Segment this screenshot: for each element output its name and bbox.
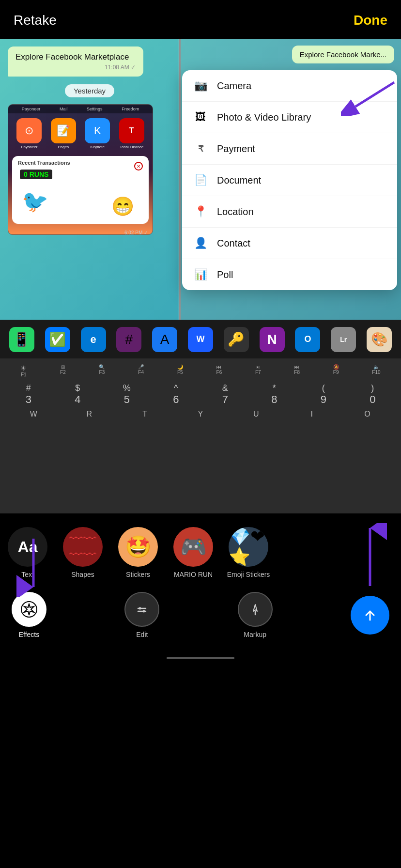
- dock-tasks[interactable]: ✅: [45, 327, 70, 352]
- bubble-text-right: Explore Facebook Marke...: [300, 50, 386, 59]
- transactions-card: Recent Transactions ✕ 0 RUNS 🐦 😁: [12, 156, 149, 224]
- menu-item-contact[interactable]: 👤 Contact: [182, 228, 397, 259]
- photo-library-icon: 🖼: [193, 109, 208, 125]
- effect-item-text[interactable]: Aa Text: [6, 527, 49, 578]
- text-effect-circle[interactable]: Aa: [8, 527, 47, 567]
- menu-item-document[interactable]: 📄 Document: [182, 165, 397, 196]
- mario-effect-label: MARIO RUN: [174, 571, 213, 578]
- bottom-toolbar: Effects Edit Markup: [0, 584, 401, 648]
- effect-item-emoji-stickers[interactable]: 💎❤⭐ Emoji Stickers: [227, 527, 270, 578]
- payment-label: Payment: [217, 143, 255, 155]
- dock-1password[interactable]: 🔑: [224, 327, 249, 352]
- top-bar: Retake Done: [0, 0, 401, 39]
- emoji-stickers-circle[interactable]: 💎❤⭐: [229, 527, 268, 567]
- effects-label: Effects: [19, 631, 40, 638]
- effects-scroll-row[interactable]: Aa Text 〰〰〰〰 Shapes 🤩 Stickers 🎮 MARIO R…: [0, 521, 401, 584]
- effects-icon: [20, 601, 38, 618]
- markup-icon: [247, 602, 263, 617]
- keyboard-area: ☀F1 ⊞F2 🔍F3 🎤F4 🌙F5 ⏮F6 ⏯F7 ⏭F8 🔕F9 🔈F10…: [0, 358, 401, 513]
- markup-button[interactable]: [238, 592, 273, 627]
- send-button[interactable]: [351, 596, 389, 635]
- shapes-effect-circle[interactable]: 〰〰〰〰: [63, 527, 103, 567]
- contact-icon: 👤: [193, 235, 208, 251]
- done-button[interactable]: Done: [354, 13, 387, 28]
- effect-item-stickers[interactable]: 🤩 Stickers: [116, 527, 160, 578]
- poll-icon: 📊: [193, 267, 208, 282]
- bird-emoji: 🐦: [22, 189, 48, 214]
- markup-toolbar-item[interactable]: Markup: [238, 592, 273, 638]
- stickers-effect-circle[interactable]: 🤩: [118, 527, 158, 567]
- dock-whatsapp[interactable]: 📱: [9, 327, 34, 352]
- menu-item-poll[interactable]: 📊 Poll: [182, 259, 397, 290]
- number-key-row: #3 $4 %5 ^6 &7 *8 (9 )0: [0, 381, 401, 408]
- effects-button[interactable]: [12, 592, 46, 627]
- photo-library-label: Photo & Video Library: [217, 112, 311, 123]
- payment-icon: ₹: [193, 141, 208, 156]
- home-indicator: [0, 648, 401, 667]
- chat-bubble-left: Explore Facebook Marketplace 11:08 AM ✓: [8, 46, 143, 77]
- phone-time: 6:02 PM ✓: [124, 230, 148, 235]
- markup-label: Markup: [244, 631, 266, 638]
- camera-label: Camera: [217, 80, 251, 92]
- location-icon: 📍: [193, 204, 208, 219]
- menu-item-camera[interactable]: 📷 Camera: [182, 70, 397, 102]
- send-icon: [361, 606, 379, 624]
- alpha-row-top: W R T Y U I O: [0, 408, 401, 420]
- stickers-effect-label: Stickers: [126, 571, 150, 578]
- dock: 📱 ✅ e # A W 🔑 N O Lr 🎨: [0, 320, 401, 358]
- screenshot-area: Explore Facebook Marketplace 11:08 AM ✓ …: [0, 39, 401, 320]
- dock-word[interactable]: W: [188, 327, 213, 352]
- camera-icon: 📷: [193, 78, 208, 93]
- svg-point-6: [139, 607, 141, 610]
- text-effect-label: Text: [21, 571, 34, 578]
- edit-icon: [134, 602, 150, 617]
- bubble-text-left: Explore Facebook Marketplace: [15, 52, 136, 62]
- location-label: Location: [217, 206, 254, 217]
- toshi-icon: T: [119, 118, 144, 143]
- payoneer-icon: ⊙: [16, 118, 42, 143]
- phone-screen-mockup: Payoneer Mail Settings Freedom ⊙ Payonee…: [8, 104, 153, 235]
- dock-onenote[interactable]: N: [260, 327, 285, 352]
- dock-edge[interactable]: e: [81, 327, 106, 352]
- pages-icon: 📝: [51, 118, 76, 143]
- chat-bubble-right: Explore Facebook Marke...: [292, 46, 394, 63]
- dropdown-menu: 📷 Camera 🖼 Photo & Video Library ₹ Payme…: [182, 70, 397, 290]
- effects-toolbar-item[interactable]: Effects: [12, 592, 46, 638]
- svg-point-7: [143, 610, 145, 613]
- shapes-effect-label: Shapes: [71, 571, 94, 578]
- retake-button[interactable]: Retake: [14, 13, 57, 28]
- menu-item-payment[interactable]: ₹ Payment: [182, 133, 397, 165]
- bubble-time: 11:08 AM ✓: [15, 64, 136, 71]
- document-label: Document: [217, 175, 261, 186]
- transactions-title: Recent Transactions: [18, 160, 143, 166]
- svg-marker-8: [253, 604, 257, 611]
- menu-item-photo-library[interactable]: 🖼 Photo & Video Library: [182, 102, 397, 133]
- keynote-icon: K: [85, 118, 110, 143]
- dock-other[interactable]: 🎨: [367, 327, 392, 352]
- document-icon: 📄: [193, 172, 208, 188]
- home-bar: [167, 657, 234, 659]
- emoji-stickers-label: Emoji Stickers: [227, 571, 270, 578]
- runs-badge: 0 RUNS: [20, 170, 52, 179]
- mario-effect-circle[interactable]: 🎮: [173, 527, 213, 567]
- yesterday-badge: Yesterday: [65, 84, 114, 97]
- edit-toolbar-item[interactable]: Edit: [124, 592, 159, 638]
- left-chat-panel: Explore Facebook Marketplace 11:08 AM ✓ …: [0, 39, 179, 320]
- bottom-section: Aa Text 〰〰〰〰 Shapes 🤩 Stickers 🎮 MARIO R…: [0, 513, 401, 667]
- fn-key-row: ☀F1 ⊞F2 🔍F3 🎤F4 🌙F5 ⏮F6 ⏯F7 ⏭F8 🔕F9 🔈F10: [0, 358, 401, 381]
- phone-top-bar: Payoneer Mail Settings Freedom: [8, 105, 153, 113]
- edit-button[interactable]: [124, 592, 159, 627]
- dock-slack[interactable]: #: [116, 327, 141, 352]
- right-menu-panel: Explore Facebook Marke... 📷 Camera 🖼 Pho…: [178, 39, 401, 320]
- edit-label: Edit: [136, 631, 148, 638]
- poll-label: Poll: [217, 269, 233, 280]
- smiley-emoji: 😁: [111, 196, 134, 217]
- dock-outlook[interactable]: O: [295, 327, 320, 352]
- effect-item-shapes[interactable]: 〰〰〰〰 Shapes: [61, 527, 105, 578]
- dock-lr[interactable]: Lr: [331, 327, 356, 352]
- effect-item-mario[interactable]: 🎮 MARIO RUN: [171, 527, 215, 578]
- phone-icons-row: ⊙ Payoneer 📝 Pages K Keynote: [8, 113, 153, 154]
- dock-appstore[interactable]: A: [152, 327, 177, 352]
- menu-item-location[interactable]: 📍 Location: [182, 196, 397, 228]
- contact-label: Contact: [217, 238, 250, 249]
